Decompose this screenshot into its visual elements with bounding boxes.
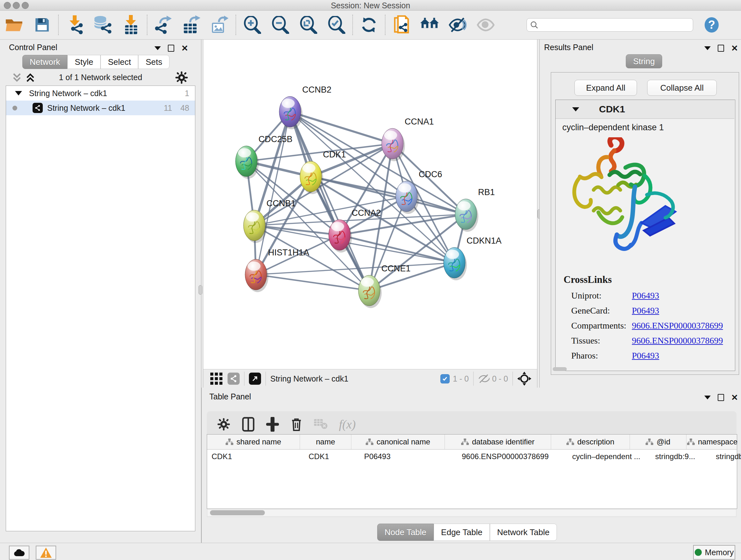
hidden-eye-icon[interactable] [478, 374, 489, 383]
table-cell[interactable]: cyclin–dependent ... [568, 449, 651, 463]
global-search-box[interactable] [527, 18, 693, 32]
tab-node-table[interactable]: Node Table [377, 523, 434, 541]
panel-close-icon[interactable]: ✕ [731, 395, 738, 400]
function-builder-button[interactable]: f(x) [339, 417, 356, 431]
help-button[interactable]: ? [697, 13, 726, 37]
hide-selected-button[interactable] [444, 13, 472, 37]
collapse-all-networks-icon[interactable] [11, 72, 22, 83]
table-cell[interactable]: P06493 [360, 449, 457, 463]
open-session-button[interactable] [0, 13, 28, 37]
crosslink-link[interactable]: 9606.ENSP00000378699 [632, 335, 723, 346]
column-header[interactable]: namespace [686, 435, 738, 449]
string-network-icon [32, 103, 43, 113]
panel-float-icon[interactable] [718, 45, 724, 52]
network-graph[interactable]: CCNB2CCNA1CDC25BCDK1CDC6RB1CCNB1CCNA2CDK… [203, 40, 536, 368]
warning-button[interactable] [36, 546, 56, 560]
tab-sets[interactable]: Sets [138, 55, 170, 69]
panel-menu-icon[interactable] [704, 395, 711, 399]
tree-icon [461, 438, 469, 445]
export-table-button[interactable] [178, 13, 205, 37]
column-header[interactable]: shared name [207, 435, 300, 449]
toolbar-separator [235, 15, 236, 35]
network-collection-row[interactable]: String Network – cdk1 1 [6, 86, 195, 101]
table-cell[interactable]: 9606.ENSP00000378699 [457, 449, 568, 463]
table-panel-header-icons: ✕ [704, 394, 738, 401]
detach-view-icon[interactable] [249, 373, 261, 385]
scrollbar-thumb[interactable] [210, 510, 265, 515]
column-header[interactable]: description [551, 435, 630, 449]
show-all-button[interactable] [472, 13, 500, 37]
table-row[interactable]: CDK1 CDK1 P06493 9606.ENSP00000378699 cy… [207, 449, 737, 463]
import-table-button[interactable] [117, 13, 145, 37]
birds-eye-toggle-icon[interactable] [517, 372, 531, 386]
table-cell[interactable]: CDK1 [207, 449, 304, 463]
table-cell[interactable]: CDK1 [304, 449, 360, 463]
column-header[interactable]: canonical name [351, 435, 445, 449]
search-input[interactable] [538, 20, 690, 29]
memory-button[interactable]: Memory [693, 545, 735, 560]
grid-view-icon[interactable] [210, 373, 222, 385]
table-cell[interactable]: stringdb [711, 449, 741, 463]
panel-menu-icon[interactable] [704, 46, 711, 50]
tab-string[interactable]: String [626, 54, 662, 68]
section-collapse-icon[interactable] [572, 107, 579, 111]
column-header[interactable]: name [300, 435, 351, 449]
expand-all-button[interactable]: Expand All [575, 80, 637, 96]
network-options-gear-icon[interactable] [175, 71, 188, 84]
collection-expand-icon[interactable] [15, 91, 22, 96]
clear-table-icon[interactable] [314, 419, 327, 430]
toolbar-separator [385, 15, 386, 35]
network-row-selected[interactable]: String Network – cdk1 11 48 [6, 101, 195, 115]
panel-float-icon[interactable] [168, 45, 174, 52]
cloud-button[interactable] [9, 546, 29, 560]
results-scrollbar-thumb[interactable] [553, 367, 567, 371]
panel-menu-icon[interactable] [154, 46, 161, 50]
tab-network-table[interactable]: Network Table [490, 523, 557, 541]
first-neighbors-button[interactable] [415, 13, 444, 37]
tab-select[interactable]: Select [100, 55, 138, 69]
zoom-selected-button[interactable] [322, 13, 350, 37]
column-header[interactable]: database identifier [445, 435, 551, 449]
column-header[interactable]: @id [630, 435, 686, 449]
netbar-separator [473, 372, 474, 386]
netbar-separator [266, 372, 266, 386]
add-column-icon[interactable] [266, 417, 279, 432]
selected-checkbox-icon[interactable] [441, 374, 450, 383]
panel-close-icon[interactable]: ✕ [731, 45, 738, 51]
zoom-out-button[interactable] [266, 13, 294, 37]
toolbar-separator [147, 15, 147, 35]
table-horizontal-scrollbar[interactable] [207, 509, 736, 516]
left-splitter-grip[interactable] [199, 285, 202, 295]
export-image-button[interactable] [205, 13, 233, 37]
zoom-selected-icon [327, 16, 345, 34]
zoom-in-button[interactable] [238, 13, 266, 37]
delete-column-icon[interactable] [290, 417, 302, 432]
export-network-button[interactable] [149, 13, 178, 37]
table-gear-icon[interactable] [217, 418, 230, 431]
show-columns-icon[interactable] [242, 417, 255, 432]
table-cell[interactable]: stringdb:9... [651, 449, 711, 463]
panel-float-icon[interactable] [718, 394, 724, 401]
import-network-database-button[interactable] [89, 13, 117, 37]
crosslink-link[interactable]: 9606.ENSP00000378699 [632, 320, 723, 331]
crosslink-link[interactable]: P06493 [632, 291, 659, 301]
results-panel-header-icons: ✕ [704, 45, 738, 52]
network-share-view-icon[interactable] [227, 373, 240, 385]
protein-section-header[interactable]: CDK1 [556, 100, 734, 119]
crosslink-link[interactable]: P06493 [632, 351, 659, 361]
window-title: Session: New Session [0, 1, 741, 10]
refresh-layout-button[interactable] [355, 13, 383, 37]
tab-network[interactable]: Network [22, 55, 67, 69]
collapse-all-button[interactable]: Collapse All [647, 80, 717, 96]
new-network-from-selection-button[interactable] [387, 13, 415, 37]
panel-close-icon[interactable]: ✕ [181, 45, 188, 51]
network-canvas[interactable]: CCNB2CCNA1CDC25BCDK1CDC6RB1CCNB1CCNA2CDK… [203, 40, 537, 369]
import-network-file-button[interactable] [61, 13, 89, 37]
crosslink-link[interactable]: P06493 [632, 306, 659, 316]
save-session-button[interactable] [28, 13, 56, 37]
application-window: Session: New Session ? Control Panel [0, 0, 741, 560]
tab-edge-table[interactable]: Edge Table [434, 523, 490, 541]
expand-all-networks-icon[interactable] [25, 72, 36, 83]
zoom-fit-button[interactable] [294, 13, 322, 37]
tab-style[interactable]: Style [67, 55, 100, 69]
